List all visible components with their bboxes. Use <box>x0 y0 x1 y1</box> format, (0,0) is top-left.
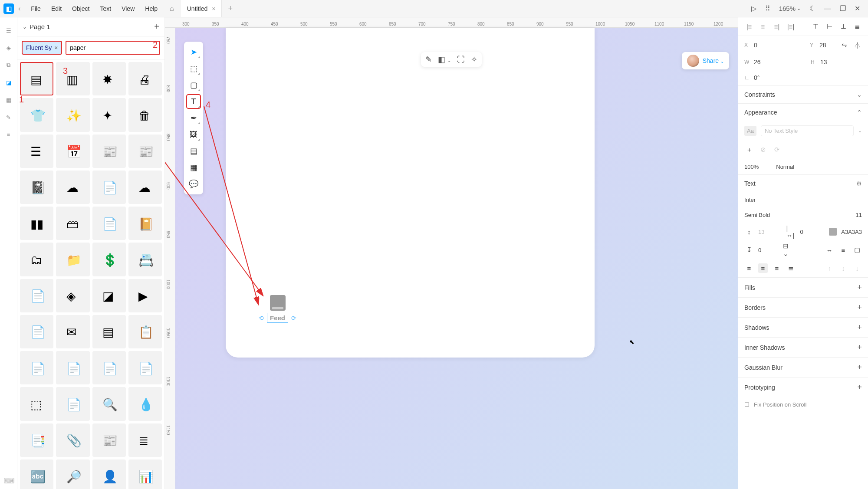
size-w[interactable]: 26 <box>754 59 769 66</box>
add-tab-button[interactable]: + <box>228 4 233 13</box>
pen-tool[interactable]: ✒ <box>187 111 201 125</box>
icon-result-17[interactable]: 🗃 <box>56 207 89 240</box>
text-tool[interactable]: T <box>187 95 201 108</box>
blend-mode[interactable]: Normal <box>776 164 794 170</box>
icon-result-6[interactable]: ✦ <box>92 98 126 131</box>
minimize-icon[interactable]: ― <box>824 5 831 13</box>
add-interaction-icon[interactable]: + <box>857 383 862 392</box>
play-icon[interactable]: ▷ <box>751 4 756 13</box>
checkbox-icon[interactable]: ☐ <box>744 401 750 408</box>
align-center-h-icon[interactable]: ≡ <box>758 22 768 31</box>
menu-edit[interactable]: Edit <box>46 5 67 12</box>
icon-result-1[interactable]: ▥ <box>56 62 89 95</box>
font-family[interactable]: Inter <box>744 197 756 203</box>
canvas-text-label[interactable]: Feed <box>267 313 288 323</box>
text-color-hex[interactable]: A3A3A3 <box>841 229 862 235</box>
icon-result-44[interactable]: 🔤 <box>20 459 53 489</box>
fixed-size-icon[interactable]: ▢ <box>852 245 862 255</box>
components-icon[interactable]: ◈ <box>3 43 14 53</box>
align-justify-icon[interactable]: |≡| <box>786 22 796 31</box>
app-logo[interactable]: ◧ <box>3 3 14 14</box>
menu-file[interactable]: File <box>26 5 46 12</box>
letter-spacing[interactable]: 0 <box>800 229 803 235</box>
size-h[interactable]: 13 <box>820 59 836 66</box>
pos-x[interactable]: 0 <box>754 42 769 49</box>
align-right-icon[interactable]: ≡| <box>772 22 782 31</box>
blur-section[interactable]: Gaussian Blur+ <box>738 357 868 377</box>
back-button[interactable]: ‹ <box>18 5 20 13</box>
font-size[interactable]: 11 <box>856 212 862 218</box>
icon-result-7[interactable]: 🗑 <box>128 98 162 131</box>
icon-result-34[interactable]: 📄 <box>92 351 126 384</box>
icon-result-38[interactable]: 🔍 <box>92 387 126 420</box>
text-align-center-icon[interactable]: ≡ <box>758 263 768 273</box>
icon-result-26[interactable]: ◪ <box>92 279 126 312</box>
icon-result-16[interactable]: ▮▮ <box>20 207 53 240</box>
icon-result-23[interactable]: 📇 <box>128 243 162 276</box>
shapes-icon[interactable]: ◧ ⌄ <box>438 55 451 64</box>
icon-result-11[interactable]: 📰 <box>128 135 162 168</box>
add-inner-shadow-icon[interactable]: + <box>857 343 862 352</box>
align-bottom-icon[interactable]: ⊥ <box>838 22 848 31</box>
text-section[interactable]: Text ⚙ <box>738 175 868 192</box>
icon-result-15[interactable]: ☁ <box>128 171 162 204</box>
theme-icon[interactable]: ☾ <box>809 4 815 13</box>
pos-y[interactable]: 28 <box>819 42 835 49</box>
paragraph-spacing[interactable]: 0 <box>758 247 761 253</box>
borders-section[interactable]: Borders+ <box>738 297 868 317</box>
asset-search-input[interactable] <box>66 41 160 55</box>
add-style-icon[interactable]: ＋ <box>744 145 754 154</box>
diamond-icon[interactable]: ✧ <box>471 55 477 64</box>
apps-tool[interactable]: ▦ <box>187 161 201 174</box>
icon-result-5[interactable]: ✨ <box>56 98 89 131</box>
list-icon[interactable]: ≡ <box>3 129 14 140</box>
pointer-tool[interactable]: ➤ <box>187 45 201 59</box>
line-height[interactable]: 13 <box>758 229 764 235</box>
menu-object[interactable]: Object <box>67 5 95 12</box>
icon-result-30[interactable]: ▤ <box>92 315 126 348</box>
text-handle-right[interactable]: ⟳ <box>290 314 298 322</box>
valign-bottom-icon[interactable]: ↓ <box>852 263 862 273</box>
canvas-placed-object[interactable]: ⟲ Feed ⟳ <box>267 295 288 322</box>
text-behavior-icon[interactable]: ⊟ ⌄ <box>783 245 792 255</box>
align-middle-icon[interactable]: ⊢ <box>825 22 834 31</box>
frame-select-icon[interactable]: ⛶ <box>457 55 465 64</box>
plugins-icon[interactable]: ✎ <box>3 112 14 122</box>
layers-icon[interactable]: ☰ <box>3 25 14 36</box>
add-fill-icon[interactable]: + <box>857 283 862 292</box>
links-icon[interactable]: ⧉ <box>3 60 14 70</box>
flip-h-icon[interactable]: ⇋ <box>839 40 849 50</box>
icon-result-37[interactable]: 📄 <box>56 387 89 420</box>
rotation[interactable]: 0° <box>754 74 769 81</box>
appearance-section[interactable]: Appearance⌃ <box>738 103 868 121</box>
icon-result-39[interactable]: 💧 <box>128 387 162 420</box>
fills-section[interactable]: Fills+ <box>738 278 868 297</box>
maximize-icon[interactable]: ❐ <box>840 4 846 13</box>
auto-height-icon[interactable]: ≡ <box>838 245 848 255</box>
share-button[interactable]: Share ⌄ <box>703 57 724 64</box>
icon-result-21[interactable]: 📁 <box>56 243 89 276</box>
icon-result-24[interactable]: 📄 <box>20 279 53 312</box>
icon-result-47[interactable]: 📊 <box>128 459 162 489</box>
valign-top-icon[interactable]: ↑ <box>825 263 834 273</box>
chip-remove-icon[interactable]: × <box>54 44 58 51</box>
icon-result-27[interactable]: ▶ <box>128 279 162 312</box>
icon-result-25[interactable]: ◈ <box>56 279 89 312</box>
keyboard-shortcuts-icon[interactable]: ⌨ <box>3 476 15 486</box>
assets-icon[interactable]: ◪ <box>3 77 14 88</box>
icon-result-45[interactable]: 🔎 <box>56 459 89 489</box>
add-blur-icon[interactable]: + <box>857 363 862 372</box>
image-icon[interactable]: ▦ <box>3 95 14 105</box>
text-handle-left[interactable]: ⟲ <box>257 314 265 322</box>
icon-result-8[interactable]: ☰ <box>20 135 53 168</box>
text-align-left-icon[interactable]: ≡ <box>744 263 754 273</box>
fix-scroll-label[interactable]: Fix Position on Scroll <box>754 401 806 408</box>
pencil-icon[interactable]: ✎ <box>425 55 432 64</box>
layout-tool[interactable]: ▤ <box>187 144 201 158</box>
flip-v-icon[interactable]: ⏃ <box>852 40 862 50</box>
icon-result-0[interactable]: ▤ <box>20 62 53 95</box>
icon-result-3[interactable]: 🖨 <box>128 62 162 95</box>
rectangle-tool[interactable]: ▢ <box>187 78 201 92</box>
icon-result-13[interactable]: ☁ <box>56 171 89 204</box>
text-align-justify-icon[interactable]: ≣ <box>786 263 796 273</box>
